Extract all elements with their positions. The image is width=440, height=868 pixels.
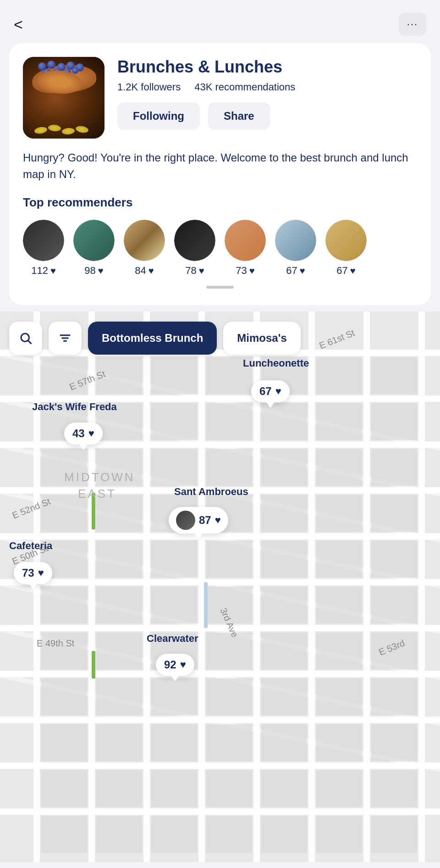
back-button[interactable]: < bbox=[14, 17, 23, 32]
followers-stat: 1.2K followers bbox=[117, 81, 181, 93]
mimosas-chip[interactable]: Mimosa's bbox=[223, 322, 300, 355]
profile-actions: Following Share bbox=[117, 102, 417, 130]
svg-rect-72 bbox=[261, 587, 307, 623]
svg-rect-111 bbox=[92, 651, 95, 679]
profile-name: Brunches & Lunches bbox=[117, 57, 417, 77]
recommender-score: 78 ♥ bbox=[185, 265, 204, 277]
svg-rect-101 bbox=[316, 770, 362, 807]
svg-rect-86 bbox=[261, 679, 307, 715]
filter-icon bbox=[58, 331, 72, 345]
avatar bbox=[275, 220, 316, 261]
svg-text:E 49th St: E 49th St bbox=[37, 638, 75, 648]
svg-rect-63 bbox=[151, 541, 197, 578]
recommender-score: 67 ♥ bbox=[286, 265, 305, 277]
heart-icon: ♥ bbox=[50, 266, 56, 276]
svg-rect-65 bbox=[261, 541, 307, 578]
svg-rect-68 bbox=[41, 587, 87, 623]
svg-rect-35 bbox=[151, 357, 197, 394]
list-item: 67 ♥ bbox=[275, 220, 316, 277]
recommenders-list: 112 ♥ 98 ♥ 84 ♥ 78 ♥ 73 ♥ 67 ♥ 67 ♥ bbox=[23, 220, 417, 277]
bottomless-brunch-chip[interactable]: Bottomless Brunch bbox=[88, 322, 217, 355]
svg-rect-58 bbox=[261, 495, 307, 532]
heart-icon: ♥ bbox=[199, 266, 204, 276]
svg-rect-82 bbox=[41, 679, 87, 715]
svg-rect-102 bbox=[371, 770, 417, 807]
map-section: Bottomless Brunch Mimosa's bbox=[0, 312, 440, 862]
svg-rect-42 bbox=[151, 403, 197, 440]
recommender-score: 73 ♥ bbox=[236, 265, 254, 277]
pin-score: 43 bbox=[72, 427, 85, 440]
pin-score: 87 bbox=[199, 514, 211, 527]
svg-point-0 bbox=[21, 334, 29, 342]
svg-rect-85 bbox=[206, 679, 252, 715]
svg-rect-66 bbox=[316, 541, 362, 578]
svg-rect-46 bbox=[371, 403, 417, 440]
avatar bbox=[225, 220, 266, 261]
svg-rect-49 bbox=[151, 449, 197, 486]
recommendations-stat: 43K recommendations bbox=[194, 81, 295, 93]
svg-rect-62 bbox=[96, 541, 142, 578]
svg-rect-83 bbox=[96, 679, 142, 715]
map-grid-svg: E 58th St E 57th St E 52nd St E 50th St … bbox=[0, 312, 440, 862]
avatar bbox=[176, 511, 195, 530]
blueberries-decoration bbox=[34, 61, 89, 79]
recommender-score: 84 ♥ bbox=[135, 265, 154, 277]
filter-button[interactable] bbox=[49, 322, 82, 355]
profile-image bbox=[23, 57, 104, 139]
svg-rect-67 bbox=[371, 541, 417, 578]
search-button[interactable] bbox=[9, 322, 42, 355]
svg-rect-55 bbox=[96, 495, 142, 532]
svg-rect-93 bbox=[261, 724, 307, 761]
more-options-button[interactable]: ··· bbox=[399, 13, 426, 36]
heart-icon: ♥ bbox=[88, 428, 94, 440]
profile-stats: 1.2K followers 43K recommendations bbox=[117, 81, 417, 93]
svg-rect-103 bbox=[41, 816, 87, 853]
map-background[interactable]: E 58th St E 57th St E 52nd St E 50th St … bbox=[0, 312, 440, 862]
profile-info: Brunches & Lunches 1.2K followers 43K re… bbox=[117, 57, 417, 130]
list-item: 78 ♥ bbox=[174, 220, 215, 277]
svg-rect-107 bbox=[261, 816, 307, 853]
svg-rect-43 bbox=[206, 403, 252, 440]
svg-rect-76 bbox=[96, 633, 142, 669]
svg-rect-74 bbox=[371, 587, 417, 623]
svg-rect-97 bbox=[96, 770, 142, 807]
search-icon bbox=[19, 331, 33, 345]
list-item: 112 ♥ bbox=[23, 220, 64, 277]
drag-handle bbox=[206, 286, 234, 289]
recommenders-title: Top recommenders bbox=[23, 195, 417, 210]
svg-rect-92 bbox=[206, 724, 252, 761]
svg-rect-104 bbox=[96, 816, 142, 853]
profile-header: Brunches & Lunches 1.2K followers 43K re… bbox=[23, 57, 417, 139]
svg-rect-91 bbox=[151, 724, 197, 761]
share-button[interactable]: Share bbox=[208, 102, 270, 130]
svg-rect-39 bbox=[371, 357, 417, 394]
svg-rect-105 bbox=[151, 816, 197, 853]
svg-rect-98 bbox=[151, 770, 197, 807]
heart-icon: ♥ bbox=[300, 266, 305, 276]
pin-score: 92 bbox=[164, 658, 176, 671]
svg-rect-69 bbox=[96, 587, 142, 623]
heart-icon: ♥ bbox=[275, 385, 281, 397]
svg-rect-38 bbox=[316, 357, 362, 394]
avatar bbox=[325, 220, 367, 261]
svg-rect-52 bbox=[316, 449, 362, 486]
svg-rect-112 bbox=[204, 582, 208, 628]
profile-card: Brunches & Lunches 1.2K followers 43K re… bbox=[9, 43, 431, 305]
svg-rect-80 bbox=[316, 633, 362, 669]
svg-rect-84 bbox=[151, 679, 197, 715]
pin-score: 73 bbox=[22, 567, 34, 579]
list-item: 67 ♥ bbox=[325, 220, 367, 277]
svg-rect-44 bbox=[261, 403, 307, 440]
following-button[interactable]: Following bbox=[117, 102, 200, 130]
svg-rect-106 bbox=[206, 816, 252, 853]
svg-rect-50 bbox=[206, 449, 252, 486]
svg-rect-51 bbox=[261, 449, 307, 486]
svg-rect-95 bbox=[371, 724, 417, 761]
svg-rect-96 bbox=[41, 770, 87, 807]
svg-rect-78 bbox=[206, 633, 252, 669]
svg-rect-109 bbox=[371, 816, 417, 853]
svg-rect-64 bbox=[206, 541, 252, 578]
svg-rect-60 bbox=[371, 495, 417, 532]
svg-rect-90 bbox=[96, 724, 142, 761]
recommender-score: 98 ♥ bbox=[84, 265, 103, 277]
